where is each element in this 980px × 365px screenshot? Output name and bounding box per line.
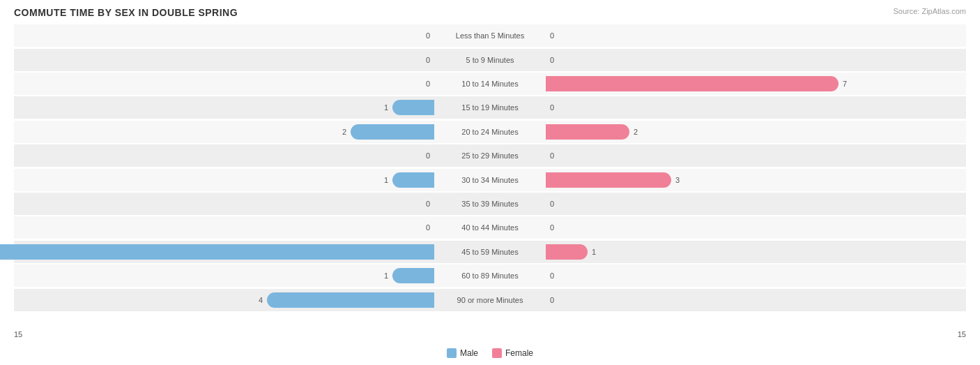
female-value: 7 — [546, 80, 847, 88]
bars-area: Less than 5 Minutes005 to 9 Minutes0010 … — [14, 24, 966, 312]
male-value: 0 — [426, 223, 434, 232]
legend-female: Female — [492, 348, 533, 358]
row-label: 45 to 59 Minutes — [461, 248, 518, 256]
male-value: 0 — [426, 80, 434, 88]
row-label: 60 to 89 Minutes — [461, 271, 518, 280]
male-value: 4 — [259, 296, 434, 304]
male-value: 1 — [384, 103, 434, 112]
female-value: 0 — [546, 31, 554, 40]
chart-row: 40 to 44 Minutes00 — [14, 216, 966, 239]
male-value: 1 — [384, 271, 434, 280]
male-value: 2 — [342, 128, 434, 136]
legend-female-label: Female — [505, 348, 533, 358]
chart-row: 35 to 39 Minutes00 — [14, 193, 966, 215]
row-label: 30 to 34 Minutes — [461, 176, 518, 184]
row-label: 10 to 14 Minutes — [461, 80, 518, 88]
chart-row: 30 to 34 Minutes13 — [14, 169, 966, 191]
row-label: 20 to 24 Minutes — [461, 128, 518, 136]
row-label: Less than 5 Minutes — [456, 31, 524, 40]
legend-male: Male — [447, 348, 478, 358]
male-value: 0 — [426, 200, 434, 208]
row-label: 35 to 39 Minutes — [461, 200, 518, 208]
row-label: 40 to 44 Minutes — [461, 223, 518, 232]
axis-right: 15 — [958, 330, 966, 338]
row-label: 25 to 29 Minutes — [461, 151, 518, 160]
female-value: 0 — [546, 223, 554, 232]
female-value: 2 — [546, 128, 638, 136]
row-label: 5 to 9 Minutes — [466, 56, 514, 64]
female-value: 0 — [546, 271, 554, 280]
chart-row: 45 to 59 Minutes121 — [14, 241, 966, 263]
chart-row: 25 to 29 Minutes00 — [14, 144, 966, 167]
male-value: 0 — [426, 31, 434, 40]
row-label: 90 or more Minutes — [457, 296, 523, 304]
chart-row: 10 to 14 Minutes07 — [14, 73, 966, 95]
legend-male-box — [447, 348, 457, 358]
male-value: 0 — [426, 151, 434, 160]
chart-row: 20 to 24 Minutes22 — [14, 121, 966, 143]
female-value: 0 — [546, 103, 554, 112]
chart-container: COMMUTE TIME BY SEX IN DOUBLE SPRING Sou… — [0, 0, 980, 365]
male-value: 1 — [384, 176, 434, 184]
legend-female-box — [492, 348, 502, 358]
legend-male-label: Male — [460, 348, 478, 358]
chart-row: Less than 5 Minutes00 — [14, 24, 966, 47]
female-value: 0 — [546, 56, 554, 64]
male-value: 12 — [0, 248, 434, 256]
female-value: 0 — [546, 200, 554, 208]
chart-title: COMMUTE TIME BY SEX IN DOUBLE SPRING — [14, 7, 966, 18]
female-value: 3 — [546, 176, 680, 184]
female-value: 0 — [546, 151, 554, 160]
legend: Male Female — [447, 348, 533, 358]
male-value: 0 — [426, 56, 434, 64]
female-value: 0 — [546, 296, 554, 304]
chart-row: 60 to 89 Minutes10 — [14, 265, 966, 287]
chart-row: 15 to 19 Minutes10 — [14, 96, 966, 119]
chart-row: 5 to 9 Minutes00 — [14, 49, 966, 71]
axis-left: 15 — [14, 330, 22, 338]
chart-row: 90 or more Minutes40 — [14, 289, 966, 311]
female-value: 1 — [546, 248, 596, 256]
source-label: Source: ZipAtlas.com — [893, 7, 966, 15]
row-label: 15 to 19 Minutes — [461, 103, 518, 112]
